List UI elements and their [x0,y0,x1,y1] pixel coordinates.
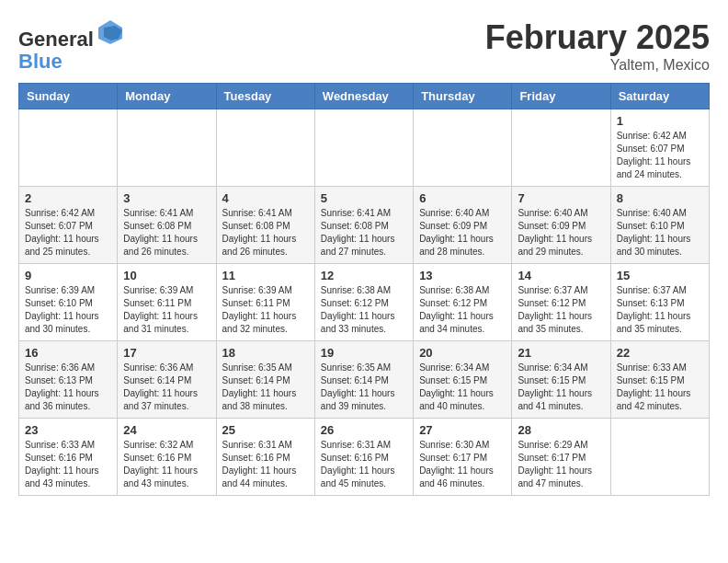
calendar-cell [216,109,314,187]
day-info: Sunrise: 6:42 AM Sunset: 6:07 PM Dayligh… [25,207,111,259]
weekday-header: Sunday [19,84,118,109]
day-info: Sunrise: 6:36 AM Sunset: 6:14 PM Dayligh… [123,362,210,413]
logo-general: General [18,28,94,51]
calendar-cell: 22Sunrise: 6:33 AM Sunset: 6:15 PM Dayli… [610,341,709,419]
calendar-cell: 2Sunrise: 6:42 AM Sunset: 6:07 PM Daylig… [19,187,118,264]
day-number: 6 [419,191,506,205]
day-info: Sunrise: 6:33 AM Sunset: 6:16 PM Dayligh… [25,439,111,490]
weekday-header: Saturday [610,84,709,109]
day-number: 20 [419,346,506,360]
weekday-header: Thursday [414,84,512,109]
calendar-cell: 16Sunrise: 6:36 AM Sunset: 6:13 PM Dayli… [19,341,118,419]
calendar-cell: 4Sunrise: 6:41 AM Sunset: 6:08 PM Daylig… [216,187,314,264]
calendar-cell: 21Sunrise: 6:34 AM Sunset: 6:15 PM Dayli… [512,341,610,419]
day-number: 18 [222,346,309,360]
day-number: 16 [25,346,111,360]
day-info: Sunrise: 6:40 AM Sunset: 6:09 PM Dayligh… [419,207,506,259]
day-number: 2 [25,191,111,205]
calendar-cell: 12Sunrise: 6:38 AM Sunset: 6:12 PM Dayli… [314,264,413,341]
day-number: 15 [617,269,703,282]
calendar-cell: 3Sunrise: 6:41 AM Sunset: 6:08 PM Daylig… [118,187,216,264]
day-number: 22 [617,346,703,360]
calendar-week-row: 9Sunrise: 6:39 AM Sunset: 6:10 PM Daylig… [19,264,710,341]
calendar-cell [19,109,118,187]
weekday-header-row: SundayMondayTuesdayWednesdayThursdayFrid… [19,84,710,109]
calendar-cell: 15Sunrise: 6:37 AM Sunset: 6:13 PM Dayli… [610,264,709,341]
page-header: General Blue February 2025 Yaltem, Mexic… [18,18,710,74]
calendar-cell: 26Sunrise: 6:31 AM Sunset: 6:16 PM Dayli… [314,419,413,496]
day-info: Sunrise: 6:39 AM Sunset: 6:10 PM Dayligh… [25,284,111,336]
day-info: Sunrise: 6:29 AM Sunset: 6:17 PM Dayligh… [518,439,604,490]
day-number: 19 [321,346,407,360]
calendar-week-row: 23Sunrise: 6:33 AM Sunset: 6:16 PM Dayli… [19,419,710,496]
day-info: Sunrise: 6:30 AM Sunset: 6:17 PM Dayligh… [419,439,506,490]
calendar-cell: 1Sunrise: 6:42 AM Sunset: 6:07 PM Daylig… [610,109,709,187]
title-block: February 2025 Yaltem, Mexico [485,18,710,74]
day-info: Sunrise: 6:32 AM Sunset: 6:16 PM Dayligh… [123,439,210,490]
day-info: Sunrise: 6:40 AM Sunset: 6:10 PM Dayligh… [617,207,703,259]
calendar-week-row: 16Sunrise: 6:36 AM Sunset: 6:13 PM Dayli… [19,341,710,419]
day-number: 25 [222,423,309,437]
day-info: Sunrise: 6:37 AM Sunset: 6:13 PM Dayligh… [617,284,703,336]
day-info: Sunrise: 6:41 AM Sunset: 6:08 PM Dayligh… [123,207,210,259]
day-info: Sunrise: 6:34 AM Sunset: 6:15 PM Dayligh… [518,362,604,413]
calendar-cell: 27Sunrise: 6:30 AM Sunset: 6:17 PM Dayli… [414,419,512,496]
day-number: 13 [419,269,506,282]
weekday-header: Monday [118,84,216,109]
day-number: 26 [321,423,407,437]
calendar-table: SundayMondayTuesdayWednesdayThursdayFrid… [18,83,710,496]
day-number: 17 [123,346,210,360]
day-number: 28 [518,423,604,437]
day-info: Sunrise: 6:37 AM Sunset: 6:12 PM Dayligh… [518,284,604,336]
calendar-cell: 6Sunrise: 6:40 AM Sunset: 6:09 PM Daylig… [414,187,512,264]
calendar-cell: 5Sunrise: 6:41 AM Sunset: 6:08 PM Daylig… [314,187,413,264]
day-info: Sunrise: 6:39 AM Sunset: 6:11 PM Dayligh… [123,284,210,336]
day-info: Sunrise: 6:40 AM Sunset: 6:09 PM Dayligh… [518,207,604,259]
calendar-cell: 9Sunrise: 6:39 AM Sunset: 6:10 PM Daylig… [19,264,118,341]
calendar-week-row: 1Sunrise: 6:42 AM Sunset: 6:07 PM Daylig… [19,109,710,187]
calendar-cell: 20Sunrise: 6:34 AM Sunset: 6:15 PM Dayli… [414,341,512,419]
day-info: Sunrise: 6:41 AM Sunset: 6:08 PM Dayligh… [222,207,309,259]
calendar-week-row: 2Sunrise: 6:42 AM Sunset: 6:07 PM Daylig… [19,187,710,264]
day-info: Sunrise: 6:39 AM Sunset: 6:11 PM Dayligh… [222,284,309,336]
day-info: Sunrise: 6:35 AM Sunset: 6:14 PM Dayligh… [321,362,407,413]
calendar-cell: 11Sunrise: 6:39 AM Sunset: 6:11 PM Dayli… [216,264,314,341]
weekday-header: Tuesday [216,84,314,109]
day-info: Sunrise: 6:35 AM Sunset: 6:14 PM Dayligh… [222,362,309,413]
day-info: Sunrise: 6:42 AM Sunset: 6:07 PM Dayligh… [617,130,703,181]
calendar-cell [512,109,610,187]
calendar-cell [314,109,413,187]
day-number: 12 [321,269,407,282]
day-number: 8 [617,191,703,205]
day-number: 5 [321,191,407,205]
day-number: 9 [25,269,111,282]
day-number: 3 [123,191,210,205]
calendar-cell: 14Sunrise: 6:37 AM Sunset: 6:12 PM Dayli… [512,264,610,341]
logo-icon [97,18,124,46]
day-info: Sunrise: 6:31 AM Sunset: 6:16 PM Dayligh… [222,439,309,490]
calendar-cell [414,109,512,187]
day-info: Sunrise: 6:36 AM Sunset: 6:13 PM Dayligh… [25,362,111,413]
day-number: 24 [123,423,210,437]
calendar-cell: 28Sunrise: 6:29 AM Sunset: 6:17 PM Dayli… [512,419,610,496]
day-info: Sunrise: 6:33 AM Sunset: 6:15 PM Dayligh… [617,362,703,413]
weekday-header: Friday [512,84,610,109]
day-number: 14 [518,269,604,282]
calendar-cell [610,419,709,496]
day-info: Sunrise: 6:34 AM Sunset: 6:15 PM Dayligh… [419,362,506,413]
calendar-cell: 24Sunrise: 6:32 AM Sunset: 6:16 PM Dayli… [118,419,216,496]
day-number: 27 [419,423,506,437]
calendar-cell: 13Sunrise: 6:38 AM Sunset: 6:12 PM Dayli… [414,264,512,341]
weekday-header: Wednesday [314,84,413,109]
logo: General Blue [18,18,124,73]
day-info: Sunrise: 6:38 AM Sunset: 6:12 PM Dayligh… [321,284,407,336]
day-info: Sunrise: 6:31 AM Sunset: 6:16 PM Dayligh… [321,439,407,490]
month-title: February 2025 [485,18,710,57]
calendar-cell [118,109,216,187]
day-number: 10 [123,269,210,282]
day-info: Sunrise: 6:38 AM Sunset: 6:12 PM Dayligh… [419,284,506,336]
day-number: 7 [518,191,604,205]
location: Yaltem, Mexico [485,57,710,74]
day-number: 23 [25,423,111,437]
calendar-cell: 10Sunrise: 6:39 AM Sunset: 6:11 PM Dayli… [118,264,216,341]
